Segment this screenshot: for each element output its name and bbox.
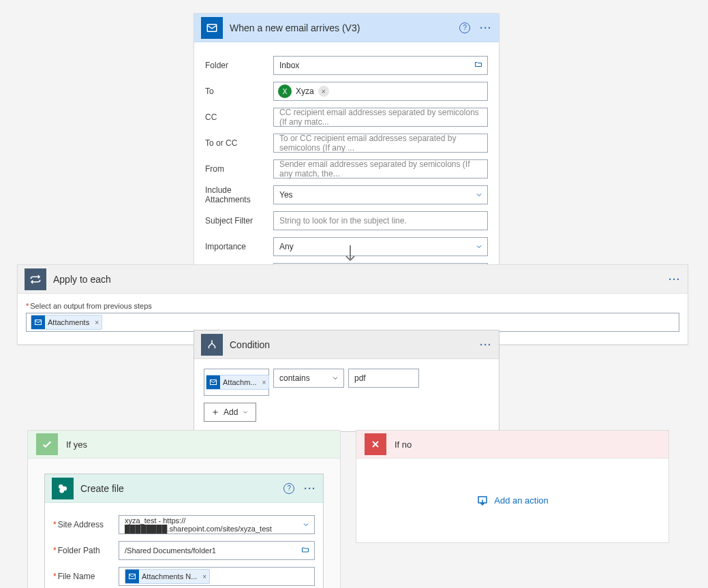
to-or-cc-input[interactable]: To or CC recipient email addresses separ… — [273, 134, 488, 153]
remove-token[interactable]: × — [260, 379, 269, 386]
folder-icon — [301, 546, 310, 555]
avatar-icon: X — [278, 84, 292, 98]
create-file-header[interactable]: Create file ? ··· — [45, 474, 323, 503]
to-label: To — [205, 87, 273, 96]
remove-token[interactable]: × — [92, 319, 102, 326]
site-address-label: *Site Address — [53, 520, 119, 529]
folder-label: Folder — [205, 61, 273, 70]
outlook-icon — [31, 315, 45, 329]
remove-contact[interactable]: × — [318, 86, 329, 97]
condition-right-input[interactable]: pdf — [348, 369, 419, 388]
condition-left-input[interactable]: Attachm... × — [204, 369, 269, 396]
condition-operator-select[interactable]: contains — [273, 369, 344, 388]
subject-filter-input[interactable]: String to look for in the subject line. — [273, 211, 488, 230]
apply-menu[interactable]: ··· — [668, 274, 681, 285]
check-icon — [36, 433, 58, 455]
apply-header[interactable]: Apply to each ··· — [18, 265, 688, 294]
loop-icon — [25, 268, 46, 290]
create-file-title: Create file — [80, 483, 283, 494]
flow-arrow-icon — [345, 245, 356, 266]
attachments-token: Attachments × — [31, 315, 102, 330]
importance-label: Importance — [205, 242, 273, 251]
if-yes-header[interactable]: If yes — [28, 431, 340, 458]
cc-label: CC — [205, 112, 273, 122]
chevron-down-icon — [331, 374, 339, 382]
help-icon[interactable]: ? — [459, 22, 470, 33]
outlook-icon — [201, 17, 223, 39]
if-no-header[interactable]: If no — [356, 431, 668, 458]
importance-select[interactable]: Any — [273, 237, 488, 256]
from-label: From — [205, 164, 273, 174]
chevron-down-icon — [475, 243, 483, 251]
file-name-label: *File Name — [53, 572, 119, 581]
output-input[interactable]: Attachments × — [26, 313, 679, 332]
trigger-header[interactable]: When a new email arrives (V3) ? ··· — [194, 14, 499, 42]
add-condition-button[interactable]: Add — [204, 403, 256, 422]
svg-point-5 — [59, 489, 64, 493]
remove-token[interactable]: × — [200, 573, 209, 581]
if-no-branch: If no Add an action — [356, 430, 669, 543]
from-input[interactable]: Sender email addresses separated by semi… — [273, 159, 488, 179]
folder-path-input[interactable]: /Shared Documents/folder1 — [119, 541, 315, 560]
file-name-input[interactable]: Attachments N... × — [119, 567, 315, 586]
folder-path-label: *Folder Path — [53, 546, 119, 555]
outlook-icon — [206, 375, 220, 389]
apply-title: Apply to each — [53, 274, 668, 285]
chevron-down-icon — [475, 191, 483, 199]
if-yes-branch: If yes Create file ? ··· *Site Address — [27, 430, 341, 588]
to-or-cc-label: To or CC — [205, 138, 273, 148]
create-file-card: Create file ? ··· *Site Address xyza_tes… — [44, 474, 324, 588]
output-label: Select an output from previous steps — [26, 302, 679, 310]
trigger-title: When a new email arrives (V3) — [230, 22, 459, 33]
cc-input[interactable]: CC recipient email addresses separated b… — [273, 108, 488, 127]
condition-header[interactable]: Condition ··· — [194, 330, 499, 359]
trigger-menu[interactable]: ··· — [480, 22, 492, 33]
include-attachments-label: Include Attachments — [205, 185, 273, 204]
subject-filter-label: Subject Filter — [205, 216, 273, 226]
close-icon — [365, 433, 386, 455]
condition-menu[interactable]: ··· — [480, 339, 492, 350]
folder-icon — [474, 61, 483, 71]
help-icon[interactable]: ? — [283, 483, 294, 494]
include-attachments-select[interactable]: Yes — [273, 185, 488, 204]
to-contact-pill: X Xyza × — [278, 84, 333, 99]
add-action-button[interactable]: Add an action — [476, 495, 549, 507]
condition-icon — [201, 334, 223, 356]
attachment-name-token: Attachm... × — [206, 375, 269, 390]
condition-title: Condition — [230, 339, 480, 350]
create-file-menu[interactable]: ··· — [304, 483, 316, 494]
outlook-icon — [125, 570, 139, 583]
chevron-down-icon — [302, 521, 310, 529]
site-address-select[interactable]: xyza_test - https://████████.sharepoint.… — [119, 515, 315, 534]
folder-picker[interactable]: Inbox — [273, 56, 488, 75]
attachments-name-token: Attachments N... × — [125, 569, 210, 584]
condition-card: Condition ··· Attachm... × contains pdf — [194, 330, 499, 432]
sharepoint-icon — [52, 478, 74, 499]
to-input[interactable]: X Xyza × — [273, 82, 488, 101]
